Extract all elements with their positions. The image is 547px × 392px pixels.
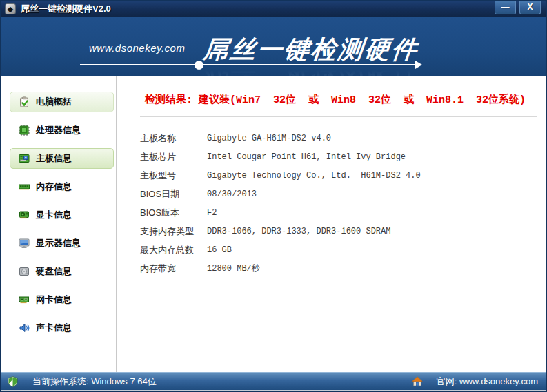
close-button[interactable]: X <box>519 1 541 14</box>
table-row: 主板名称Gigabyte GA-H61M-DS2 v4.0 <box>140 129 538 147</box>
home-icon <box>412 355 432 392</box>
window-bottom-edge <box>1 390 546 391</box>
row-label: 支持内存类型 <box>140 225 207 238</box>
row-value: Gigabyte GA-H61M-DS2 v4.0 <box>207 134 331 143</box>
current-os-label: 当前操作系统: Windows 7 64位 <box>32 375 157 388</box>
ram-icon <box>19 181 30 192</box>
official-site-label: 官网: www.dsonekey.com <box>437 375 538 388</box>
row-value: Intel Cougar Point H61, Intel Ivy Bridge <box>207 152 406 162</box>
body: 电脑概括 处理器信息 主板信息 内存信息 <box>1 76 546 372</box>
table-row: 主板芯片Intel Cougar Point H61, Intel Ivy Br… <box>140 147 538 166</box>
window-controls: — X <box>495 1 541 14</box>
sidebar-item-network[interactable]: 网卡信息 <box>10 289 114 310</box>
statusbar: 当前操作系统: Windows 7 64位 官网: www.dsonekey.c… <box>1 372 546 390</box>
row-label: BIOS日期 <box>140 188 207 200</box>
row-label: BIOS版本 <box>140 207 207 219</box>
official-site-link[interactable]: 官网: www.dsonekey.com <box>412 355 538 392</box>
row-label: 主板芯片 <box>140 151 207 163</box>
banner: www.dsonekey.com 屌丝一键检测硬件 屌丝一键检测硬件 <box>1 17 546 76</box>
motherboard-icon <box>19 153 30 164</box>
monitor-icon <box>19 238 30 249</box>
table-row: 支持内存类型DDR3-1066, DDR3-1333, DDR3-1600 SD… <box>140 222 538 240</box>
shield-icon <box>8 355 28 392</box>
sidebar-item-computer-overview[interactable]: 电脑概括 <box>10 92 114 112</box>
banner-brand-reflection: 屌丝一键检测硬件 <box>201 63 420 76</box>
nic-icon <box>19 294 30 305</box>
row-label: 最大内存总数 <box>140 244 207 256</box>
sidebar-item-sound[interactable]: 声卡信息 <box>10 318 114 338</box>
sidebar-item-label: 网卡信息 <box>36 293 72 306</box>
gpu-icon <box>19 209 30 220</box>
titlebar: ❖ 屌丝一键检测硬件V2.0 — X <box>1 1 546 17</box>
detection-result: 检测结果: 建议装(Win7 32位 或 Win8 32位 或 Win8.1 3… <box>140 93 538 106</box>
current-os-status: 当前操作系统: Windows 7 64位 <box>8 355 157 392</box>
table-row: 内存带宽12800 MB/秒 <box>140 259 538 278</box>
sidebar-item-label: 主板信息 <box>36 152 72 165</box>
info-table: 主板名称Gigabyte GA-H61M-DS2 v4.0 主板芯片Intel … <box>140 129 538 278</box>
clipboard-check-icon <box>19 96 30 107</box>
banner-brand-title: 屌丝一键检测硬件 <box>201 33 420 67</box>
row-value: Gigabyte Technology Co., Ltd. H61M-DS2 4… <box>207 171 421 180</box>
sidebar-item-label: 电脑概括 <box>36 96 72 108</box>
speaker-icon <box>19 322 30 333</box>
sidebar-item-motherboard[interactable]: 主板信息 <box>10 148 114 169</box>
row-label: 主板名称 <box>140 132 207 145</box>
row-label: 主板型号 <box>140 169 207 182</box>
sidebar-item-label: 硬盘信息 <box>36 265 72 278</box>
sidebar-item-label: 显示器信息 <box>36 237 81 249</box>
minimize-button[interactable]: — <box>495 1 516 14</box>
row-label: 内存带宽 <box>140 262 207 275</box>
sidebar-item-harddisk[interactable]: 硬盘信息 <box>10 261 114 282</box>
row-value: DDR3-1066, DDR3-1333, DDR3-1600 SDRAM <box>207 227 390 236</box>
row-value: 08/30/2013 <box>207 189 257 199</box>
sidebar-item-label: 处理器信息 <box>36 124 81 136</box>
sidebar: 电脑概括 处理器信息 主板信息 内存信息 <box>1 76 117 372</box>
sidebar-item-gpu[interactable]: 显卡信息 <box>10 205 114 225</box>
sidebar-item-monitor[interactable]: 显示器信息 <box>10 233 114 254</box>
table-row: BIOS版本F2 <box>140 203 538 222</box>
sidebar-item-label: 显卡信息 <box>36 209 72 221</box>
table-row: BIOS日期08/30/2013 <box>140 185 538 203</box>
main-content: 检测结果: 建议装(Win7 32位 或 Win8 32位 或 Win8.1 3… <box>117 76 546 372</box>
hdd-icon <box>19 266 30 277</box>
banner-url: www.dsonekey.com <box>89 42 185 54</box>
table-row: 最大内存总数16 GB <box>140 240 538 259</box>
table-row: 主板型号Gigabyte Technology Co., Ltd. H61M-D… <box>140 166 538 185</box>
result-divider <box>140 116 537 117</box>
app-logo-icon: ❖ <box>5 3 16 14</box>
row-value: F2 <box>207 208 217 218</box>
app-window: ❖ 屌丝一键检测硬件V2.0 — X www.dsonekey.com 屌丝一键… <box>0 0 547 392</box>
row-value: 12800 MB/秒 <box>207 262 260 274</box>
window-title: 屌丝一键检测硬件V2.0 <box>21 3 111 15</box>
cpu-icon <box>19 125 30 136</box>
sidebar-item-memory[interactable]: 内存信息 <box>10 176 114 197</box>
sidebar-item-label: 内存信息 <box>36 180 72 193</box>
row-value: 16 GB <box>207 245 232 255</box>
sidebar-item-cpu[interactable]: 处理器信息 <box>10 120 114 141</box>
sidebar-item-label: 声卡信息 <box>36 322 72 334</box>
